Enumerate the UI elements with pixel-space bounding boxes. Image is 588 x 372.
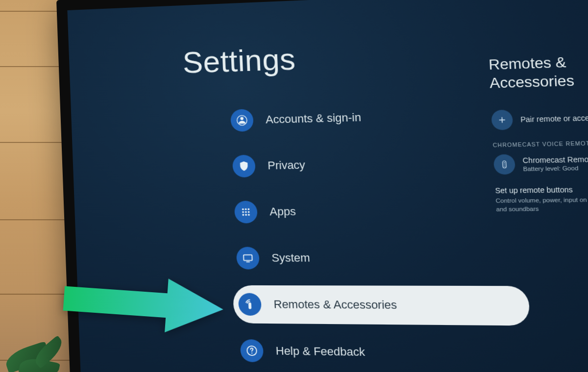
menu-label: Accounts & sign-in — [266, 111, 362, 126]
svg-rect-13 — [248, 302, 251, 309]
svg-point-6 — [245, 211, 247, 213]
svg-rect-11 — [244, 255, 252, 261]
menu-item-remotes[interactable]: Remotes & Accessories — [233, 285, 531, 326]
setup-title: Set up remote buttons — [495, 185, 588, 195]
menu-label: Remotes & Accessories — [273, 298, 397, 312]
remote-device-icon — [493, 154, 515, 175]
menu-label: Privacy — [268, 159, 306, 173]
svg-point-19 — [504, 166, 505, 167]
help-icon — [240, 339, 264, 362]
setup-desc: Control volume, power, input on TVs, rec… — [495, 195, 588, 213]
svg-rect-12 — [246, 261, 250, 262]
svg-point-0 — [240, 117, 244, 120]
svg-point-9 — [245, 214, 247, 216]
side-panel-title: Remotes & Accessories — [488, 50, 588, 92]
settings-menu: Accounts & sign-in Privacy Apps System — [225, 94, 533, 372]
pair-remote-label: Pair remote or accessory — [520, 113, 588, 124]
side-panel: Remotes & Accessories Pair remote or acc… — [488, 50, 588, 223]
menu-item-accounts[interactable]: Accounts & sign-in — [225, 94, 520, 140]
account-icon — [230, 109, 254, 132]
svg-point-3 — [245, 209, 247, 210]
tv-icon — [236, 247, 260, 269]
remote-icon — [238, 293, 262, 316]
setup-remote-item[interactable]: Set up remote buttons Control volume, po… — [495, 185, 588, 213]
side-section-header: CHROMECAST VOICE REMOTE — [492, 139, 588, 148]
callout-arrow — [62, 270, 227, 339]
grid-icon — [234, 201, 258, 223]
shield-icon — [232, 155, 256, 178]
menu-label: System — [271, 251, 310, 265]
menu-item-help[interactable]: Help & Feedback — [235, 331, 533, 372]
svg-point-4 — [247, 208, 249, 210]
svg-rect-16 — [503, 161, 507, 168]
svg-point-8 — [242, 214, 244, 216]
page-title: Settings — [182, 42, 296, 80]
svg-point-10 — [248, 214, 250, 216]
svg-point-5 — [242, 211, 244, 213]
menu-item-apps[interactable]: Apps — [229, 190, 525, 231]
device-item[interactable]: Chromecast Remote Battery level: Good — [493, 152, 588, 174]
menu-item-system[interactable]: System — [231, 238, 528, 278]
svg-point-18 — [504, 164, 505, 165]
menu-item-privacy[interactable]: Privacy — [227, 142, 523, 186]
svg-point-7 — [248, 211, 250, 213]
plus-icon — [491, 110, 513, 130]
svg-point-2 — [242, 209, 244, 210]
svg-point-1 — [237, 116, 247, 125]
device-name: Chromecast Remote — [522, 155, 588, 164]
svg-point-15 — [251, 352, 252, 353]
device-text: Chromecast Remote Battery level: Good — [522, 155, 588, 172]
svg-point-17 — [504, 163, 505, 163]
menu-label: Apps — [270, 205, 296, 219]
menu-label: Help & Feedback — [275, 344, 365, 359]
pair-remote-item[interactable]: Pair remote or accessory — [491, 107, 588, 130]
device-status: Battery level: Good — [523, 164, 588, 172]
